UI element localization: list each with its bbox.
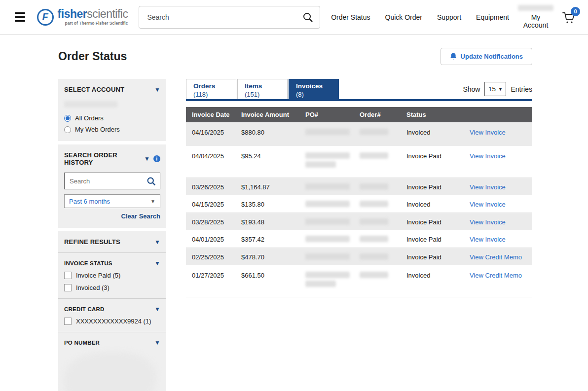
results-tab[interactable]: Items (151) — [237, 79, 288, 99]
invoice-amount-cell: $357.42 — [235, 230, 299, 248]
view-invoice-link[interactable]: View Invoice — [470, 201, 506, 208]
invoice-status-checkbox[interactable]: Invoiced (3) — [64, 284, 160, 291]
po-number-redacted — [305, 161, 336, 168]
view-invoice-link[interactable]: View Credit Memo — [470, 253, 522, 261]
radio-icon — [64, 115, 71, 122]
nav-link[interactable]: Equipment — [476, 13, 509, 21]
po-number-cell — [299, 178, 354, 195]
invoice-row: 04/15/2025 $135.80 Invoiced Vi — [186, 195, 532, 213]
account-number-redacted — [64, 101, 117, 107]
invoice-date-cell: 04/16/2025 — [186, 122, 235, 146]
my-account-button[interactable]: My Account — [518, 5, 553, 29]
invoice-amount-cell: $95.24 — [235, 146, 299, 178]
po-number-redacted — [305, 218, 350, 225]
order-history-search-input[interactable] — [64, 173, 160, 189]
page-title: Order Status — [58, 50, 127, 63]
column-header: Order# — [354, 107, 401, 122]
invoice-row: 01/27/2025 $661.50 Invoiced Vi — [186, 265, 532, 297]
order-number-cell — [354, 146, 401, 178]
status-cell: Invoice Paid — [401, 213, 464, 230]
chevron-down-icon: ▼ — [154, 239, 160, 246]
status-cell: Invoiced — [401, 195, 464, 213]
credit-card-checkbox[interactable]: XXXXXXXXXXXX9924 (1) — [64, 318, 160, 325]
column-header: Invoice Date — [186, 107, 235, 122]
update-notifications-button[interactable]: Update Notifications — [441, 48, 532, 65]
refine-results-header[interactable]: REFINE RESULTS ▼ — [64, 238, 160, 246]
action-cell: View Invoice — [464, 195, 532, 213]
order-number-redacted — [360, 272, 388, 278]
results-tab[interactable]: Orders (118) — [186, 79, 236, 99]
order-number-cell — [354, 195, 401, 213]
order-number-cell — [354, 178, 401, 195]
action-cell: View Credit Memo — [464, 265, 532, 297]
invoice-row: 02/25/2025 $478.70 Invoice Paid — [186, 248, 532, 265]
results-tab[interactable]: Invoices (8) — [289, 79, 339, 99]
fisher-logo[interactable]: F fisherscientific part of Thermo Fisher… — [37, 8, 128, 26]
view-invoice-link[interactable]: View Invoice — [470, 236, 506, 243]
po-number-cell — [299, 230, 354, 248]
credit-card-header[interactable]: CREDIT CARD ▼ — [64, 306, 160, 313]
fisher-logo-icon: F — [37, 9, 54, 26]
view-invoice-link[interactable]: View Credit Memo — [470, 272, 522, 279]
invoice-date-cell: 03/28/2025 — [186, 213, 235, 230]
po-number-redacted — [305, 272, 350, 278]
order-number-redacted — [360, 152, 388, 159]
select-account-header[interactable]: SELECT ACCOUNT ▼ — [64, 86, 160, 93]
po-number-header[interactable]: PO NUMBER ▼ — [64, 339, 160, 346]
results-tabs: Orders (118) Items (151) Invoices (8) — [186, 79, 339, 99]
invoice-amount-cell: $193.48 — [235, 213, 299, 230]
table-body: 04/16/2025 $880.80 Invoiced Vi — [186, 122, 532, 297]
po-number-cell — [299, 248, 354, 265]
invoice-status-checkbox[interactable]: Invoice Paid (5) — [64, 272, 160, 279]
status-cell: Invoiced — [401, 265, 464, 297]
status-cell: Invoice Paid — [401, 248, 464, 265]
action-cell: View Invoice — [464, 213, 532, 230]
invoice-date-cell: 01/27/2025 — [186, 265, 235, 297]
search-icon[interactable] — [302, 12, 313, 23]
view-invoice-link[interactable]: View Invoice — [470, 129, 506, 136]
search-order-history-header[interactable]: SEARCH ORDER HISTORY ▼ — [64, 151, 160, 166]
cart-button[interactable]: 0 — [561, 8, 576, 27]
invoice-row: 04/01/2025 $357.42 Invoice Paid — [186, 230, 532, 248]
action-cell: View Invoice — [464, 146, 532, 178]
invoice-amount-cell: $135.80 — [235, 195, 299, 213]
action-cell: View Credit Memo — [464, 248, 532, 265]
invoice-amount-cell: $478.70 — [235, 248, 299, 265]
column-header: Invoice Amount — [235, 107, 299, 122]
order-number-cell — [354, 213, 401, 230]
chevron-down-icon: ▼ — [154, 339, 160, 346]
nav-link[interactable]: Support — [437, 13, 461, 21]
search-order-history-section: SEARCH ORDER HISTORY ▼ Past 6 months ▼ C… — [58, 144, 166, 228]
chevron-down-icon: ▼ — [150, 199, 155, 204]
view-invoice-link[interactable]: View Invoice — [470, 218, 506, 226]
nav-link[interactable]: Order Status — [331, 13, 370, 21]
info-icon[interactable] — [153, 155, 160, 162]
account-name-redacted — [518, 5, 553, 11]
invoice-status-header[interactable]: INVOICE STATUS ▼ — [64, 260, 160, 267]
filters-sidebar: SELECT ACCOUNT ▼ All Orders My Web — [58, 79, 166, 391]
action-cell: View Invoice — [464, 178, 532, 195]
status-cell: Invoice Paid — [401, 178, 464, 195]
checkbox-icon — [64, 272, 72, 279]
view-invoice-link[interactable]: View Invoice — [470, 152, 506, 160]
column-header: Status — [401, 107, 464, 122]
nav-link[interactable]: Quick Order — [385, 13, 422, 21]
invoice-amount-cell: $880.80 — [235, 122, 299, 146]
po-number-redacted — [305, 236, 350, 242]
order-scope-radio[interactable]: All Orders — [64, 114, 160, 122]
tab-underline — [186, 99, 532, 101]
order-number-cell — [354, 265, 401, 297]
date-range-select[interactable]: Past 6 months ▼ — [64, 194, 160, 208]
chevron-down-icon: ▼ — [498, 87, 503, 92]
entries-select[interactable]: 15 ▼ — [484, 82, 506, 96]
order-results: Orders (118) Items (151) Invoices (8) — [186, 79, 532, 391]
invoice-amount-cell: $661.50 — [235, 265, 299, 297]
search-input[interactable] — [139, 6, 320, 29]
view-invoice-link[interactable]: View Invoice — [470, 183, 506, 191]
order-number-cell — [354, 248, 401, 265]
menu-icon[interactable] — [15, 12, 25, 22]
po-number-redacted — [305, 183, 350, 190]
order-scope-radio[interactable]: My Web Orders — [64, 126, 160, 133]
clear-search-link[interactable]: Clear Search — [64, 213, 160, 220]
search-icon[interactable] — [147, 177, 156, 186]
